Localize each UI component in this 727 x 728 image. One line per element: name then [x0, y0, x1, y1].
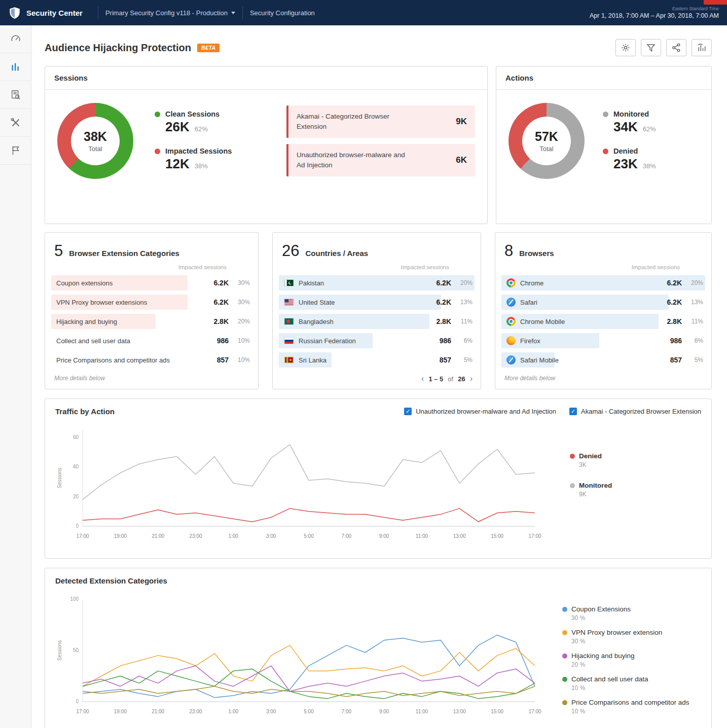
collect-series-legend[interactable]: Collect and sell user data 10 % — [562, 675, 689, 691]
legend-label: Collect and sell user data — [571, 675, 648, 683]
svg-text:100: 100 — [70, 596, 79, 602]
table-row[interactable]: Collect and sell user data 986 10% — [51, 331, 252, 350]
table-row[interactable]: Pakistan 6.2K 20% — [279, 273, 475, 293]
pagination-prev-button[interactable]: ‹ — [421, 375, 424, 383]
traffic-line-chart: Sessions020406017:0019:0021:0023:001:003… — [55, 423, 542, 543]
coupon-series-legend[interactable]: Coupon Extensions 30 % — [562, 605, 689, 622]
table-row[interactable]: Hijacking and buying 2.8K 20% — [51, 312, 252, 331]
svg-text:60: 60 — [73, 434, 79, 440]
svg-text:17:00: 17:00 — [76, 709, 89, 714]
table-row[interactable]: Firefox 986 6% — [501, 331, 705, 350]
firefox-icon — [506, 336, 516, 345]
row-value: 857 — [422, 356, 451, 364]
row-value: 986 — [422, 337, 451, 345]
chevron-down-icon — [231, 12, 235, 14]
legend-label: VPN Proxy browser extension — [571, 629, 662, 636]
table-row[interactable]: Safari 6.2K 13% — [501, 293, 705, 312]
column-header: Impacted sessions — [273, 262, 481, 273]
sessions-panel-title: Sessions — [45, 66, 487, 90]
table-row[interactable]: Chrome Mobile 2.8K 11% — [501, 312, 705, 331]
row-value: 6.2K — [199, 279, 229, 287]
actions-total-value: 57K — [535, 129, 558, 144]
collect-dot — [562, 677, 567, 682]
row-pct: 6% — [451, 337, 475, 344]
callout-value: 9K — [456, 117, 467, 127]
monitored-series-legend[interactable]: Monitored 9K — [570, 482, 612, 498]
chrome-icon — [506, 317, 516, 326]
table-row[interactable]: Bangladesh 2.8K 11% — [279, 312, 475, 331]
price-series-legend[interactable]: Price Comparisons and competitor ads 10 … — [562, 699, 689, 715]
row-pct: 20% — [229, 318, 252, 325]
svg-text:15:00: 15:00 — [491, 533, 503, 539]
actions-panel-title: Actions — [496, 66, 711, 90]
table-row[interactable]: Russian Federation 986 6% — [279, 331, 475, 350]
share-icon — [671, 43, 681, 53]
nav-flags[interactable] — [0, 137, 31, 165]
config-selector[interactable]: Primary Security Config v118 - Productio… — [105, 9, 235, 17]
report-view-button[interactable] — [692, 39, 712, 56]
row-label: VPN Proxy browser extensions — [51, 299, 199, 306]
svg-text:40: 40 — [73, 464, 79, 469]
checkbox-akamai-categorized[interactable]: ✓ Akamai - Categorized Browser Extension — [569, 408, 701, 415]
report-chart-icon — [697, 43, 707, 53]
svg-text:17:00: 17:00 — [528, 533, 541, 539]
nav-tools[interactable] — [0, 109, 31, 137]
svg-text:3:00: 3:00 — [266, 709, 276, 714]
svg-text:21:00: 21:00 — [152, 533, 164, 539]
filter-button[interactable] — [641, 39, 661, 56]
sessions-donut-chart: 38K Total — [57, 103, 133, 179]
app-title: Security Center — [26, 9, 83, 17]
legend-value: 30 % — [571, 638, 689, 645]
nav-reports[interactable] — [0, 53, 31, 81]
svg-text:20: 20 — [73, 494, 79, 499]
flag-icon — [10, 145, 21, 156]
card-count: 5 — [54, 242, 63, 260]
legend-pct: 38% — [195, 162, 208, 170]
hijacking-dot — [562, 653, 567, 659]
document-search-icon — [10, 89, 21, 100]
table-row[interactable]: Coupon extensions 6.2K 30% — [51, 273, 252, 293]
denied-legend: Denied 23K 38% — [603, 147, 656, 172]
share-button[interactable] — [666, 39, 686, 56]
svg-text:1:00: 1:00 — [229, 533, 239, 539]
row-value: 6.2K — [652, 279, 682, 287]
date-range[interactable]: Apr 1, 2018, 7:00 AM – Apr 30, 2018, 7:0… — [590, 12, 719, 19]
table-row[interactable]: VPN Proxy browser extensions 6.2K 30% — [51, 293, 252, 312]
divider — [98, 6, 98, 19]
table-row[interactable]: Price Comparisons and competitor ads 857… — [51, 350, 252, 370]
legend-label: Monitored — [613, 110, 656, 118]
callout-value: 6K — [456, 155, 467, 165]
countries-card: 26 Countries / Areas Impacted sessions P… — [272, 232, 481, 389]
row-pct: 30% — [229, 279, 252, 286]
denied-series-legend[interactable]: Denied 3K — [570, 452, 612, 468]
row-value: 2.8K — [199, 317, 229, 325]
checkbox-label: Akamai - Categorized Browser Extension — [581, 408, 701, 415]
security-configuration-link[interactable]: Security Configuration — [250, 9, 315, 17]
vpn-series-legend[interactable]: VPN Proxy browser extension 30 % — [562, 629, 689, 645]
svg-text:0: 0 — [76, 699, 79, 704]
table-row[interactable]: Chrome 6.2K 20% — [501, 273, 705, 293]
nav-analysis[interactable] — [0, 81, 31, 109]
pagination-next-button[interactable]: › — [470, 375, 472, 383]
checkbox-label: Unauthorized browser-malware and Ad Inje… — [416, 408, 556, 415]
svg-text:Sessions: Sessions — [57, 640, 62, 661]
svg-text:Sessions: Sessions — [57, 468, 62, 489]
gear-icon — [621, 43, 631, 53]
hijacking-series-legend[interactable]: Hijacking and buying 20 % — [562, 652, 689, 668]
legend-value: 9K — [579, 491, 612, 498]
settings-button[interactable] — [615, 39, 636, 56]
clean-sessions-dot — [155, 112, 160, 117]
table-row[interactable]: Sri Lanka 857 5% — [279, 350, 475, 370]
svg-text:5:00: 5:00 — [304, 709, 314, 714]
legend-value: 10 % — [571, 684, 689, 691]
checkbox-unauthorized-malware[interactable]: ✓ Unauthorized browser-malware and Ad In… — [404, 408, 556, 415]
table-row[interactable]: Safari Mobile 857 5% — [501, 350, 705, 370]
card-count: 8 — [504, 242, 513, 260]
column-header: Impacted sessions — [45, 262, 258, 273]
svg-text:3:00: 3:00 — [266, 533, 276, 539]
coupon-dot — [562, 607, 567, 612]
main-content: Audience Hijacking Protection BETA — [31, 25, 727, 728]
nav-dashboard[interactable] — [0, 25, 31, 53]
table-row[interactable]: United State 6.2K 13% — [279, 293, 475, 312]
svg-text:7:00: 7:00 — [342, 709, 352, 714]
